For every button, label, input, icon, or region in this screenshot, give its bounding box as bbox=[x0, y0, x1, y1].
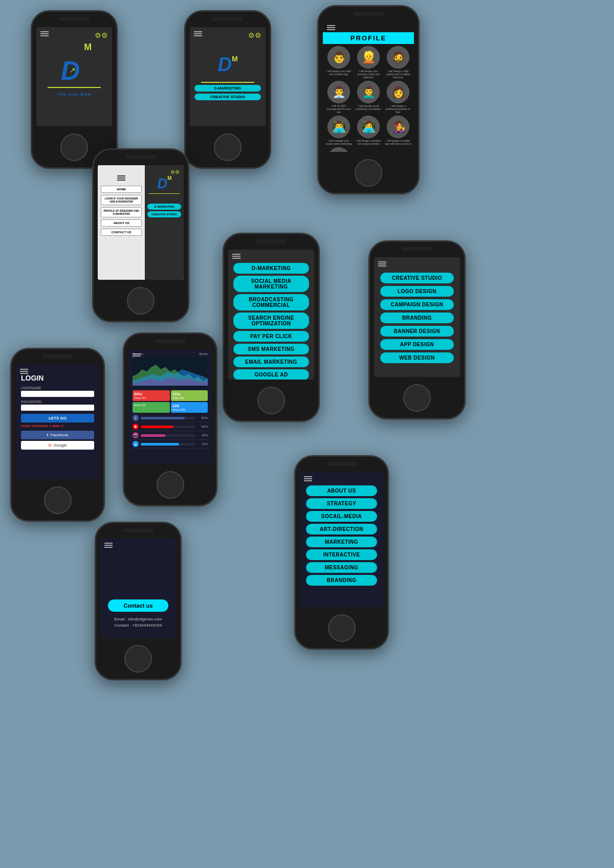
tw-progress-fill bbox=[141, 443, 179, 446]
phone-logo-screen: ⚙⚙ D M ↗ THE DIGI MAN bbox=[36, 27, 112, 126]
profile-item-4: 👨‍💼 I will do SEO management for your si… bbox=[325, 81, 353, 114]
logo-letter-m: M bbox=[84, 42, 92, 53]
btn-web-design[interactable]: WEB DESIGN bbox=[380, 352, 454, 363]
btn-sms[interactable]: SMS MARKETING bbox=[233, 344, 309, 354]
social-row-ig: 📷 45% bbox=[130, 431, 210, 440]
avatar-6: 👩 bbox=[387, 81, 409, 103]
username-input[interactable] bbox=[21, 391, 94, 397]
btn-logo-design[interactable]: LOGO DESIGN bbox=[380, 286, 454, 297]
nav-about[interactable]: ABOUT US bbox=[101, 219, 142, 227]
btn-marketing[interactable]: MARKETING bbox=[306, 537, 377, 547]
tw-pct: 70% bbox=[198, 442, 208, 446]
btn-ppc[interactable]: PAY PER CLICK bbox=[233, 331, 309, 342]
btn-creative-studio[interactable]: CREATIVE STUDIO bbox=[380, 273, 454, 283]
fb-pct: 80% bbox=[198, 416, 208, 419]
logo-d-2: D bbox=[217, 54, 231, 76]
profile-item-5: 👨‍🦱 I will provide email marketing consu… bbox=[355, 81, 382, 114]
btn-broadcasting[interactable]: BROADCASTING COMMERCIAL bbox=[233, 294, 309, 310]
phone-logo: ⚙⚙ D M ↗ THE DIGI MAN bbox=[31, 10, 118, 169]
ig-pct: 45% bbox=[198, 434, 208, 437]
btn-seo[interactable]: SEARCH ENGINE OPTIMIZATION bbox=[233, 313, 309, 329]
btn-campaign[interactable]: CAMPAIGN DESIGN bbox=[380, 299, 454, 310]
btn-social-media-about[interactable]: SOCAIL-MEDIA bbox=[306, 511, 377, 522]
gears-decoration-2: ⚙⚙ bbox=[248, 31, 261, 39]
btn-app-design[interactable]: APP DESIGN bbox=[380, 339, 454, 350]
avatar-9: 👩‍🎤 bbox=[387, 116, 409, 138]
fb-progress-fill bbox=[141, 417, 185, 419]
google-login-btn[interactable]: G Google bbox=[21, 441, 94, 450]
gears-decoration: ⚙⚙ bbox=[95, 31, 108, 39]
nav-contact[interactable]: CONTACT US bbox=[101, 229, 142, 236]
contact-us-btn[interactable]: Contact us bbox=[108, 599, 168, 612]
dmarketing-btn-1[interactable]: D-MARKETING bbox=[194, 85, 261, 92]
forgot-password: FOGET PASSWOD ? HERE IT bbox=[21, 425, 94, 428]
login-title: LOGIN bbox=[21, 374, 94, 382]
btn-banner[interactable]: BANNER DESIGN bbox=[380, 326, 454, 337]
hamburger-icon-6[interactable] bbox=[378, 261, 386, 266]
btn-messaging[interactable]: MESSAGING bbox=[306, 562, 377, 573]
btn-dmarketing[interactable]: D-MARKETING bbox=[233, 263, 309, 274]
profile-item-9: 👩‍🎤 I will design a mobile app with best… bbox=[384, 116, 412, 145]
phone-nav-screen: HOME LOGIN IF YOUR DESIGNER ADN D-MARKET… bbox=[98, 165, 184, 280]
hamburger-icon-4[interactable] bbox=[117, 175, 125, 181]
dmarketing-btn-2[interactable]: CREATIVE STUDIO bbox=[194, 94, 261, 100]
stat-views-2: Views 133 bbox=[133, 402, 170, 413]
nav-right-dmarketing: D-MARKETING bbox=[147, 204, 182, 210]
ig-icon: 📷 bbox=[133, 432, 139, 438]
yt-icon: ▶ bbox=[133, 424, 139, 430]
phone-about-screen: ABOUT US STRATEGY SOCAIL-MEDIA ART-DIREC… bbox=[300, 472, 383, 607]
social-row-yt: ▶ 60% bbox=[130, 422, 210, 431]
svg-text:Jul: Jul bbox=[191, 383, 194, 385]
btn-interactive[interactable]: INTERACTIVE bbox=[306, 549, 377, 560]
nav-login[interactable]: LOGIN IF YOUR DESIGNER ADN D-MARKETER bbox=[101, 195, 142, 205]
hamburger-icon-5[interactable] bbox=[232, 254, 240, 259]
contact-email: Email : info@digiman.com bbox=[114, 617, 162, 621]
nav-profile[interactable]: PROFILE OF DESIGNER AND D-MARKETER bbox=[101, 207, 142, 217]
social-row-fb: f 80% bbox=[130, 414, 210, 422]
password-input[interactable] bbox=[21, 405, 94, 411]
svg-text:Feb: Feb bbox=[144, 383, 147, 385]
profile-desc-3: I will design a high quality print or di… bbox=[384, 70, 412, 79]
btn-social-media[interactable]: SOCIAL MEDIA MARKETING bbox=[233, 276, 309, 292]
logo-arrow: ↗ bbox=[70, 66, 76, 74]
hamburger-icon-10[interactable] bbox=[304, 476, 312, 481]
avatar-7: 👨‍💻 bbox=[327, 116, 350, 138]
logo-m-4: M bbox=[167, 175, 171, 181]
phone-contact-screen: Contact us Email : info@digiman.com Cont… bbox=[100, 539, 176, 638]
hamburger-icon-2[interactable] bbox=[194, 31, 202, 36]
profile-desc-2: I will design your business cards and st… bbox=[355, 70, 382, 79]
profile-desc-4: I will do SEO management for your site bbox=[325, 104, 353, 114]
btn-strategy[interactable]: STRATEGY bbox=[306, 498, 377, 509]
hamburger-icon-3[interactable] bbox=[327, 25, 335, 30]
profile-desc-8: I will design a creative and unique webs… bbox=[355, 139, 382, 145]
chart-area: Jan Feb Mar Apr May Jun Jul Aug bbox=[133, 358, 208, 388]
contact-phone: Contact : +923443444154 bbox=[115, 623, 162, 628]
phone-login: LOGIN USERNAME PASSWORD LETS GO FOGET PA… bbox=[10, 348, 105, 522]
hamburger-icon-7[interactable] bbox=[20, 369, 28, 374]
profile-grid: 👨 I will design your bold and creative l… bbox=[323, 44, 414, 152]
phone-profile-screen: PROFILE 👨 I will design your bold and cr… bbox=[323, 22, 414, 152]
btn-branding[interactable]: BRANDING bbox=[380, 313, 454, 323]
hamburger-icon[interactable] bbox=[40, 31, 49, 36]
nav-right-panel: ⚙⚙ D M D-MARKETING CREATIVE STUDIO bbox=[145, 165, 184, 280]
hamburger-icon-9[interactable] bbox=[104, 543, 113, 548]
facebook-login-btn[interactable]: f Facebook bbox=[21, 431, 94, 439]
btn-branding-about[interactable]: BRANDING bbox=[306, 575, 377, 586]
phone-dashboard: Counter Month Jan Feb Mar Apr May Jun Ju… bbox=[123, 332, 217, 506]
google-icon: G bbox=[48, 443, 51, 448]
phone-dmarketing-top: ⚙⚙ D M D-MARKETING CREATIVE STUDIO bbox=[184, 10, 271, 169]
phone-dashboard-screen: Counter Month Jan Feb Mar Apr May Jun Ju… bbox=[128, 349, 212, 464]
username-label: USERNAME bbox=[21, 386, 94, 390]
btn-google-ad[interactable]: GOOGLE AD bbox=[233, 369, 309, 380]
avatar-4: 👨‍💼 bbox=[327, 81, 350, 103]
btn-art-direction[interactable]: ART-DIRECTION bbox=[306, 524, 377, 535]
yt-progress-fill bbox=[141, 426, 173, 428]
password-label: PASSWORD bbox=[21, 400, 94, 404]
btn-about-us[interactable]: ABOUT US bbox=[306, 485, 377, 496]
nav-home[interactable]: HOME bbox=[101, 186, 142, 193]
phone-about: ABOUT US STRATEGY SOCAIL-MEDIA ART-DIREC… bbox=[294, 455, 389, 650]
month-label: Month bbox=[199, 352, 208, 355]
btn-email[interactable]: EMAIL MARKETING bbox=[233, 357, 309, 367]
fb-progress-wrap bbox=[141, 417, 195, 419]
login-btn[interactable]: LETS GO bbox=[21, 414, 94, 422]
